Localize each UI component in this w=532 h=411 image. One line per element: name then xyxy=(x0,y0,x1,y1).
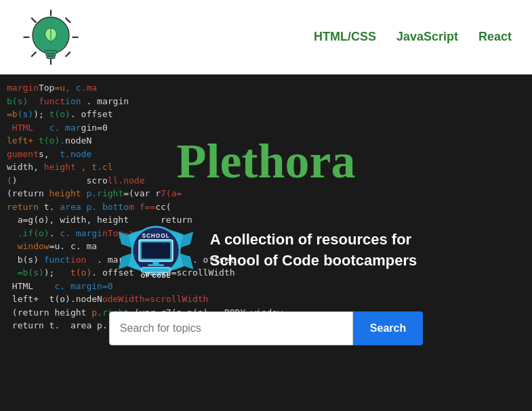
svg-rect-9 xyxy=(45,50,57,53)
hero-title: Plethora xyxy=(177,133,356,190)
search-button[interactable]: Search xyxy=(353,311,423,345)
svg-rect-15 xyxy=(141,242,169,259)
hero-section: marginTop=u, c.ma b(s) function . margin… xyxy=(0,74,532,411)
logo-container xyxy=(20,7,81,68)
svg-rect-10 xyxy=(46,53,56,56)
nav-links: HTML/CSS JavaScript React xyxy=(314,30,512,44)
svg-rect-11 xyxy=(47,56,56,58)
svg-line-6 xyxy=(31,51,36,56)
school-of-code-badge: SCHOOL OF CODE xyxy=(115,210,197,291)
hero-description: A collection of resources for School of … xyxy=(210,230,417,272)
svg-line-7 xyxy=(66,51,70,56)
nav-link-react[interactable]: React xyxy=(478,30,512,44)
search-bar: Search xyxy=(109,311,423,345)
search-input[interactable] xyxy=(109,311,353,345)
svg-line-4 xyxy=(31,18,36,22)
svg-text:SCHOOL: SCHOOL xyxy=(142,232,169,239)
hero-content: SCHOOL OF CODE A collection of resources… xyxy=(115,210,417,291)
svg-line-5 xyxy=(66,18,70,22)
svg-text:OF CODE: OF CODE xyxy=(141,272,171,279)
svg-rect-17 xyxy=(148,264,164,266)
nav-link-html-css[interactable]: HTML/CSS xyxy=(314,30,376,44)
nav-link-javascript[interactable]: JavaScript xyxy=(396,30,458,44)
logo-icon xyxy=(20,7,81,68)
navbar: HTML/CSS JavaScript React xyxy=(0,0,532,74)
